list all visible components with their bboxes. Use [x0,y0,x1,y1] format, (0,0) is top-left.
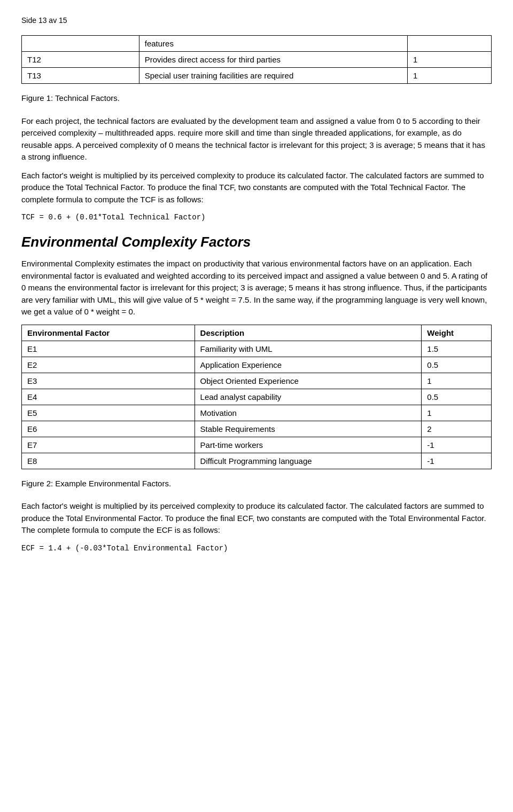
table-row: E3 Object Oriented Experience 1 [22,373,492,389]
env-weight-e8: -1 [422,453,492,469]
env-weight-e5: 1 [422,405,492,421]
env-desc-e7: Part-time workers [195,437,422,453]
env-table: Environmental Factor Description Weight … [21,325,492,469]
env-factor-e5: E5 [22,405,195,421]
table-row: E4 Lead analyst capability 0.5 [22,389,492,405]
top-table-t13-desc: Special user training facilities are req… [139,68,407,84]
env-factor-e6: E6 [22,421,195,437]
top-table-cell-empty1 [22,36,139,52]
table-row: E2 Application Experience 0.5 [22,357,492,373]
top-table-t13-val: 1 [408,68,492,84]
env-weight-e1: 1.5 [422,341,492,357]
para4: Each factor's weight is multiplied by it… [21,500,492,537]
env-table-header-weight: Weight [422,325,492,341]
env-desc-e1: Familiarity with UML [195,341,422,357]
page-number: Side 13 av 15 [21,16,492,25]
env-weight-e4: 0.5 [422,389,492,405]
env-desc-e3: Object Oriented Experience [195,373,422,389]
top-table-t12-desc: Provides direct access for third parties [139,52,407,68]
env-weight-e2: 0.5 [422,357,492,373]
env-desc-e2: Application Experience [195,357,422,373]
env-weight-e7: -1 [422,437,492,453]
env-factor-e2: E2 [22,357,195,373]
env-desc-e8: Difficult Programming language [195,453,422,469]
para1: For each project, the technical factors … [21,115,492,163]
ecf-formula: ECF = 1.4 + (-0.03*Total Environmental F… [21,543,492,554]
top-table-empty2 [408,36,492,52]
table-row: E6 Stable Requirements 2 [22,421,492,437]
env-weight-e6: 2 [422,421,492,437]
top-table-t13: T13 [22,68,139,84]
table-row: E8 Difficult Programming language -1 [22,453,492,469]
env-desc-e5: Motivation [195,405,422,421]
env-factor-e7: E7 [22,437,195,453]
top-table-t12: T12 [22,52,139,68]
table-row: E5 Motivation 1 [22,405,492,421]
env-weight-e3: 1 [422,373,492,389]
figure1-caption: Figure 1: Technical Factors. [21,92,492,105]
para2: Each factor's weight is multiplied by it… [21,170,492,206]
env-table-header-description: Description [195,325,422,341]
env-factor-e8: E8 [22,453,195,469]
top-table-features-header: features [139,36,407,52]
env-factor-e4: E4 [22,389,195,405]
env-desc-e6: Stable Requirements [195,421,422,437]
tcf-formula: TCF = 0.6 + (0.01*Total Technical Factor… [21,212,492,223]
top-table-t12-val: 1 [408,52,492,68]
table-row: E1 Familiarity with UML 1.5 [22,341,492,357]
env-desc-e4: Lead analyst capability [195,389,422,405]
para3: Environmental Complexity estimates the i… [21,258,492,318]
env-table-header-factor: Environmental Factor [22,325,195,341]
env-factor-e1: E1 [22,341,195,357]
top-table: features T12 Provides direct access for … [21,35,492,84]
section-heading: Environmental Complexity Factors [21,234,492,250]
env-factor-e3: E3 [22,373,195,389]
table-row: E7 Part-time workers -1 [22,437,492,453]
figure2-caption: Figure 2: Example Environmental Factors. [21,478,492,490]
